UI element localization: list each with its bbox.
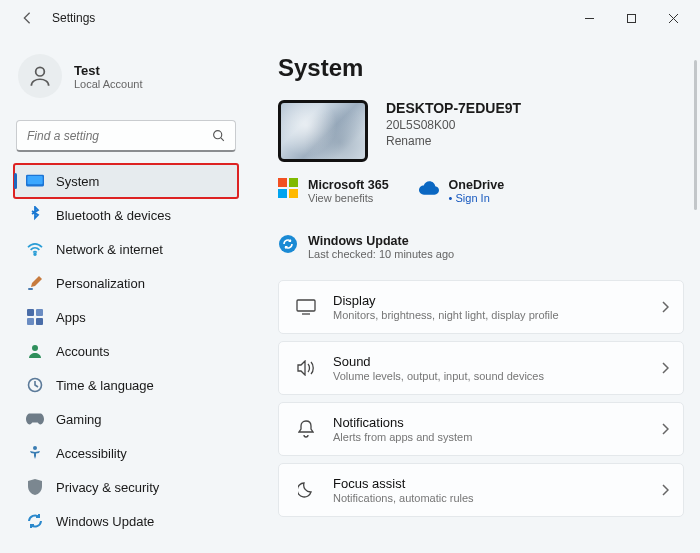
device-summary: DESKTOP-7EDUE9T 20L5S08K00 Rename: [278, 100, 684, 162]
clock-icon: [26, 376, 44, 394]
svg-point-18: [279, 235, 297, 253]
avatar: [18, 54, 62, 98]
title-bar: Settings: [0, 0, 700, 36]
service-sub: View benefits: [308, 192, 389, 204]
sound-icon: [295, 360, 317, 376]
svg-rect-7: [27, 309, 34, 316]
sidebar-item-network[interactable]: Network & internet: [14, 232, 238, 266]
sidebar-item-label: Apps: [56, 310, 86, 325]
apps-icon: [26, 308, 44, 326]
settings-cards: Display Monitors, brightness, night ligh…: [278, 280, 684, 517]
moon-icon: [295, 482, 317, 498]
sidebar-item-label: Bluetooth & devices: [56, 208, 171, 223]
svg-rect-19: [297, 300, 315, 311]
gamepad-icon: [26, 410, 44, 428]
sidebar: Test Local Account System Bluetooth & de…: [0, 36, 250, 553]
service-sub[interactable]: • Sign In: [449, 192, 505, 204]
svg-rect-9: [27, 318, 34, 325]
sidebar-item-time-language[interactable]: Time & language: [14, 368, 238, 402]
service-windows-update[interactable]: Windows Update Last checked: 10 minutes …: [278, 234, 684, 260]
back-button[interactable]: [20, 11, 34, 25]
update-status-icon: [278, 234, 298, 254]
svg-rect-4: [27, 176, 42, 184]
card-title: Sound: [333, 354, 544, 369]
bluetooth-icon: [26, 206, 44, 224]
sidebar-item-label: Gaming: [56, 412, 102, 427]
window-title: Settings: [52, 11, 95, 25]
svg-rect-0: [627, 14, 635, 22]
svg-point-2: [214, 131, 222, 139]
onedrive-icon: [419, 178, 439, 198]
sidebar-item-personalization[interactable]: Personalization: [14, 266, 238, 300]
sidebar-item-gaming[interactable]: Gaming: [14, 402, 238, 436]
brush-icon: [26, 274, 44, 292]
service-microsoft365[interactable]: Microsoft 365 View benefits: [278, 178, 389, 204]
account-header[interactable]: Test Local Account: [14, 46, 238, 114]
search-box[interactable]: [16, 120, 236, 152]
shield-icon: [26, 478, 44, 496]
monitor-icon: [26, 172, 44, 190]
card-sub: Monitors, brightness, night light, displ…: [333, 309, 559, 321]
main-content: System DESKTOP-7EDUE9T 20L5S08K00 Rename…: [250, 36, 700, 553]
device-thumbnail: [278, 100, 368, 162]
svg-point-13: [33, 446, 37, 450]
svg-rect-14: [278, 178, 287, 187]
close-button[interactable]: [652, 3, 694, 33]
sidebar-item-bluetooth[interactable]: Bluetooth & devices: [14, 198, 238, 232]
sidebar-item-label: Windows Update: [56, 514, 154, 529]
card-title: Focus assist: [333, 476, 474, 491]
chevron-right-icon: [661, 301, 669, 313]
service-title: OneDrive: [449, 178, 505, 192]
chevron-right-icon: [661, 423, 669, 435]
minimize-button[interactable]: [568, 3, 610, 33]
user-name: Test: [74, 63, 143, 78]
scrollbar[interactable]: [694, 60, 697, 210]
person-icon: [26, 342, 44, 360]
sidebar-item-windows-update[interactable]: Windows Update: [14, 504, 238, 538]
service-sub: Last checked: 10 minutes ago: [308, 248, 454, 260]
card-sound[interactable]: Sound Volume levels, output, input, soun…: [278, 341, 684, 395]
sidebar-item-label: Privacy & security: [56, 480, 159, 495]
svg-rect-17: [289, 189, 298, 198]
sidebar-item-label: Accounts: [56, 344, 109, 359]
svg-rect-8: [36, 309, 43, 316]
card-title: Notifications: [333, 415, 472, 430]
svg-rect-6: [28, 288, 33, 290]
svg-point-1: [36, 67, 45, 76]
services-row: Microsoft 365 View benefits OneDrive • S…: [278, 174, 684, 270]
update-icon: [26, 512, 44, 530]
maximize-button[interactable]: [610, 3, 652, 33]
svg-rect-15: [289, 178, 298, 187]
svg-rect-16: [278, 189, 287, 198]
card-sub: Notifications, automatic rules: [333, 492, 474, 504]
chevron-right-icon: [661, 484, 669, 496]
sidebar-item-label: Accessibility: [56, 446, 127, 461]
device-model: 20L5S08K00: [386, 118, 521, 132]
user-subtitle: Local Account: [74, 78, 143, 90]
search-icon: [212, 129, 225, 142]
sidebar-item-privacy[interactable]: Privacy & security: [14, 470, 238, 504]
sidebar-item-apps[interactable]: Apps: [14, 300, 238, 334]
service-title: Microsoft 365: [308, 178, 389, 192]
bell-icon: [295, 420, 317, 438]
search-input[interactable]: [27, 129, 212, 143]
card-sub: Alerts from apps and system: [333, 431, 472, 443]
card-title: Display: [333, 293, 559, 308]
sidebar-item-system[interactable]: System: [14, 164, 238, 198]
service-onedrive[interactable]: OneDrive • Sign In: [419, 178, 505, 204]
service-title: Windows Update: [308, 234, 454, 248]
sidebar-item-accessibility[interactable]: Accessibility: [14, 436, 238, 470]
page-title: System: [278, 54, 684, 82]
microsoft-logo-icon: [278, 178, 298, 198]
rename-link[interactable]: Rename: [386, 134, 521, 148]
card-focus-assist[interactable]: Focus assist Notifications, automatic ru…: [278, 463, 684, 517]
chevron-right-icon: [661, 362, 669, 374]
svg-point-11: [32, 345, 38, 351]
card-notifications[interactable]: Notifications Alerts from apps and syste…: [278, 402, 684, 456]
sidebar-nav: System Bluetooth & devices Network & int…: [14, 164, 238, 538]
accessibility-icon: [26, 444, 44, 462]
sidebar-item-label: Network & internet: [56, 242, 163, 257]
sidebar-item-accounts[interactable]: Accounts: [14, 334, 238, 368]
card-display[interactable]: Display Monitors, brightness, night ligh…: [278, 280, 684, 334]
sidebar-item-label: Personalization: [56, 276, 145, 291]
